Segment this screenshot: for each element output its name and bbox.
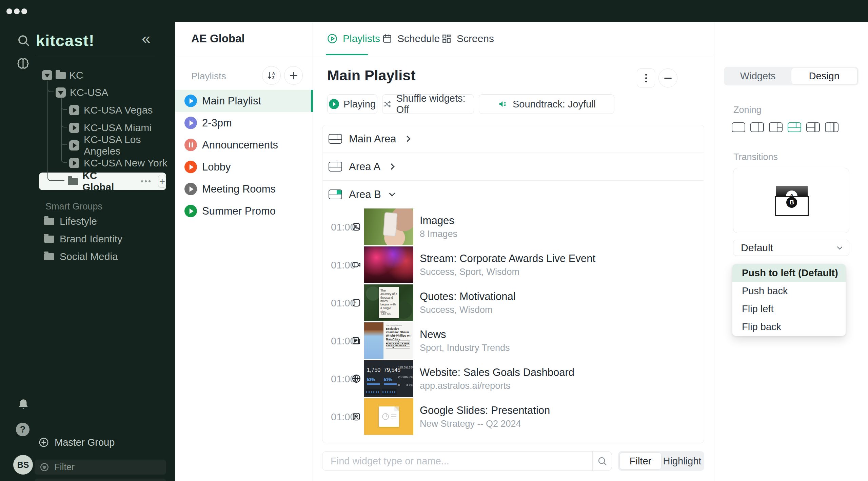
tree-item-kc-usa[interactable]: KC-USA [56,86,108,99]
area-row-area-b[interactable]: Area B [322,181,704,208]
help-icon[interactable]: ? [16,423,29,436]
tab-widgets[interactable]: Widgets [725,68,791,84]
playlist-item-meeting-rooms[interactable]: Meeting Rooms [175,178,313,200]
playlist-item-main-playlist[interactable]: Main Playlist [175,90,313,112]
playlist-label: Main Playlist [202,95,261,107]
smart-group-brand-identity[interactable]: Brand Identity [44,234,122,244]
smart-group-label: Social Media [60,251,118,262]
master-group-button[interactable]: Master Group [38,437,115,448]
remove-playlist-button[interactable] [658,68,677,87]
playing-status-button[interactable]: Playing [327,94,377,114]
expander-icon[interactable] [42,70,52,80]
folder-icon [44,218,54,225]
shuffle-label: Shuffle widgets: Off [396,93,474,115]
transition-select[interactable]: Default [733,240,849,256]
shuffle-widgets-button[interactable]: Shuffle widgets: Off [382,94,474,114]
tree-item-label: KC-USA Vegas [84,104,153,116]
expander-icon[interactable] [56,87,66,98]
tab-design[interactable]: Design [791,68,858,84]
metric: 2,910 [398,375,406,379]
slide-document [379,406,399,427]
tree-item-kc-usa-miami[interactable]: KC-USA Miami [69,122,152,134]
filter-toggle-option[interactable]: Filter [619,453,662,469]
tree-item-kc-usa-new-york[interactable]: KC-USA New York [69,157,167,169]
search-icon[interactable] [593,456,612,466]
tree-item-kc[interactable]: KC [42,69,83,81]
soundtrack-label: Soundtrack: Joyfull [513,99,596,110]
playlist-more-options-button[interactable] [637,68,655,87]
tree-item-label: KC Global [82,170,114,193]
playing-label: Playing [343,99,376,110]
play-circle-icon [327,33,338,44]
news-body-lines [386,340,410,349]
playlist-label: Announcements [202,139,278,151]
widget-row-news[interactable]: 01:00 The Sport Review Exclusive intervi… [322,322,704,360]
widget-subtitle: New Strategy -- Q2 2024 [420,419,521,429]
widget-row-stream[interactable]: 01:00 Stream: Corporate Awards Live Even… [322,246,704,284]
window-dot-3[interactable] [21,8,27,14]
quote-author: -Lao Tzu [380,312,391,315]
zoning-option-three-columns[interactable] [825,122,839,132]
widget-title: Website: Sales Goals Dashboard [420,366,574,379]
slide-b-badge: B [786,197,797,208]
tree-item-label: KC [69,69,83,81]
widget-thumbnail [364,246,413,283]
playlist-item-lobby[interactable]: Lobby [175,156,313,178]
playlist-item-announcements[interactable]: Announcements [175,134,313,156]
tab-screens[interactable]: Screens [441,22,494,55]
zoning-option-right-column-split[interactable] [769,122,783,132]
transition-option-flip-left[interactable]: Flip left [732,300,846,318]
area-row-main-area[interactable]: Main Area [322,125,704,153]
playlist-item-2-3pm[interactable]: 2-3pm [175,112,313,134]
play-icon [329,99,339,109]
transition-preview-graphic: A B [775,186,809,217]
transition-option-push-back[interactable]: Push back [732,282,846,300]
widget-row-images[interactable]: 01:00 Images 8 Images [322,208,704,246]
transition-dropdown-menu: Push to left (Default) Push back Flip le… [732,264,846,336]
smart-group-social-media[interactable]: Social Media [44,251,118,262]
add-screen-button[interactable]: + [158,175,166,188]
tab-schedule[interactable]: Schedule [382,22,440,55]
window-dot-2[interactable] [14,8,20,14]
playlist-item-summer-promo[interactable]: Summer Promo [175,200,313,222]
screen-icon [69,158,79,168]
widget-row-quotes[interactable]: 01:00 “ The Journey of a thousand miles … [322,284,704,322]
widget-search-input[interactable] [322,456,592,467]
collapse-sidebar-icon[interactable]: « [142,31,151,46]
chevron-down-icon [837,244,843,249]
window-dot-1[interactable] [6,8,12,14]
calendar-icon [382,33,393,44]
chevron-right-icon [404,136,410,142]
transition-option-push-to-left[interactable]: Push to left (Default) [732,264,846,282]
tab-playlists[interactable]: Playlists [327,22,380,55]
metric: 3.2% [406,383,413,387]
playlist-title: Main Playlist [327,67,415,84]
search-icon[interactable] [16,33,31,47]
progress-bar [384,383,397,385]
widget-row-google-slides[interactable]: 01:00 Google Slides: Presentation New St… [322,398,704,436]
soundtrack-button[interactable]: Soundtrack: Joyfull [479,94,614,114]
zoning-option-left-split-right-column[interactable] [806,122,820,132]
sort-playlists-button[interactable]: AZ [262,66,281,85]
more-options-icon[interactable] [141,180,151,182]
add-playlist-button[interactable] [284,66,303,85]
highlight-toggle-option[interactable]: Highlight [662,453,703,469]
transitions-title: Transitions [733,152,778,162]
tree-item-kc-usa-vegas[interactable]: KC-USA Vegas [69,104,153,116]
widget-row-website[interactable]: 01:00 1,750 79,545 115.3K 2.53% 2,910 6.… [322,360,704,398]
transition-option-flip-back[interactable]: Flip back [732,318,846,336]
smart-group-lifestyle[interactable]: Lifestyle [44,216,97,227]
sidebar-filter-input[interactable] [54,462,149,473]
slides-icon [351,412,361,422]
avatar[interactable]: BS [13,455,33,475]
bell-icon[interactable] [16,398,31,412]
zone-layout-icon-active [329,189,342,199]
zoning-option-single[interactable] [732,122,745,132]
transition-select-value: Default [741,242,773,254]
sidebar-filter[interactable] [35,460,166,475]
area-row-area-a[interactable]: Area A [322,153,704,180]
zoning-option-two-columns[interactable] [750,122,764,132]
brain-icon[interactable] [16,56,31,71]
tree-item-kc-usa-los-angeles[interactable]: KC-USA Los Angeles [69,139,175,152]
zoning-option-top-right-cell-selected[interactable] [788,122,801,132]
